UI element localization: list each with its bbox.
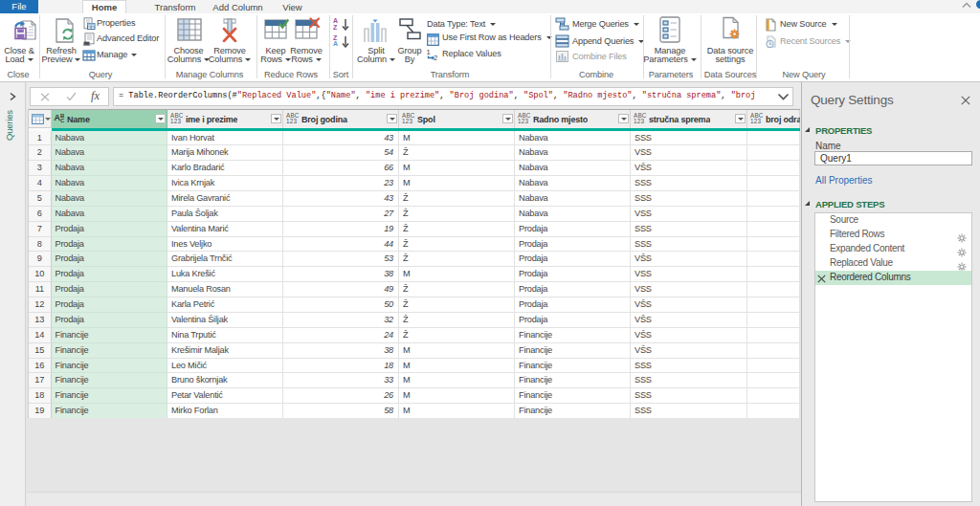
- svg-text:1: 1: [427, 48, 431, 56]
- svg-text:2: 2: [434, 54, 437, 61]
